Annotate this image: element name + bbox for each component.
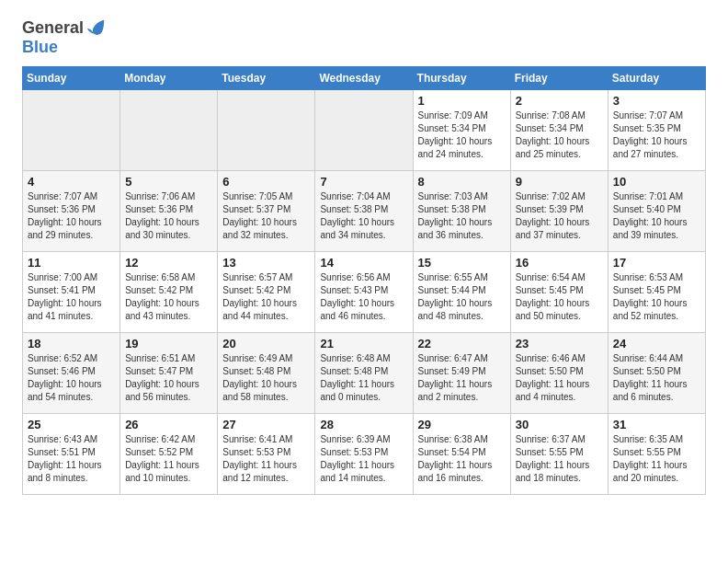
day-info: Sunrise: 6:47 AM Sunset: 5:49 PM Dayligh… bbox=[418, 352, 506, 404]
day-info: Sunrise: 7:08 AM Sunset: 5:34 PM Dayligh… bbox=[516, 109, 603, 161]
day-info: Sunrise: 7:03 AM Sunset: 5:38 PM Dayligh… bbox=[418, 190, 506, 242]
day-number: 20 bbox=[222, 337, 310, 350]
calendar-cell: 15Sunrise: 6:55 AM Sunset: 5:44 PM Dayli… bbox=[413, 251, 510, 332]
calendar-cell: 27Sunrise: 6:41 AM Sunset: 5:53 PM Dayli… bbox=[218, 413, 315, 494]
day-info: Sunrise: 6:55 AM Sunset: 5:44 PM Dayligh… bbox=[418, 271, 506, 323]
day-info: Sunrise: 6:53 AM Sunset: 5:45 PM Dayligh… bbox=[613, 271, 700, 323]
day-info: Sunrise: 6:43 AM Sunset: 5:51 PM Dayligh… bbox=[28, 433, 115, 485]
day-info: Sunrise: 7:06 AM Sunset: 5:36 PM Dayligh… bbox=[125, 190, 212, 242]
calendar-cell: 2Sunrise: 7:08 AM Sunset: 5:34 PM Daylig… bbox=[510, 89, 608, 170]
day-info: Sunrise: 7:05 AM Sunset: 5:37 PM Dayligh… bbox=[222, 190, 310, 242]
day-of-week-header: Monday bbox=[120, 66, 218, 89]
day-info: Sunrise: 6:56 AM Sunset: 5:43 PM Dayligh… bbox=[320, 271, 407, 323]
calendar-cell: 7Sunrise: 7:04 AM Sunset: 5:38 PM Daylig… bbox=[315, 170, 413, 251]
day-info: Sunrise: 6:38 AM Sunset: 5:54 PM Dayligh… bbox=[418, 433, 506, 485]
day-of-week-header: Wednesday bbox=[315, 66, 413, 89]
calendar-cell: 10Sunrise: 7:01 AM Sunset: 5:40 PM Dayli… bbox=[608, 170, 705, 251]
calendar-cell: 24Sunrise: 6:44 AM Sunset: 5:50 PM Dayli… bbox=[608, 332, 705, 413]
day-number: 31 bbox=[613, 418, 700, 431]
day-info: Sunrise: 7:01 AM Sunset: 5:40 PM Dayligh… bbox=[613, 190, 700, 242]
calendar-cell: 30Sunrise: 6:37 AM Sunset: 5:55 PM Dayli… bbox=[510, 413, 608, 494]
calendar-cell bbox=[120, 89, 218, 170]
calendar-cell: 9Sunrise: 7:02 AM Sunset: 5:39 PM Daylig… bbox=[510, 170, 608, 251]
day-number: 3 bbox=[613, 94, 700, 108]
calendar-cell: 4Sunrise: 7:07 AM Sunset: 5:36 PM Daylig… bbox=[23, 170, 120, 251]
day-number: 30 bbox=[516, 418, 603, 431]
day-number: 13 bbox=[222, 256, 310, 270]
day-of-week-header: Thursday bbox=[413, 66, 510, 89]
day-number: 4 bbox=[28, 175, 115, 189]
day-number: 17 bbox=[613, 256, 700, 270]
calendar-cell: 11Sunrise: 7:00 AM Sunset: 5:41 PM Dayli… bbox=[23, 251, 120, 332]
day-info: Sunrise: 6:44 AM Sunset: 5:50 PM Dayligh… bbox=[613, 352, 700, 404]
calendar-cell: 20Sunrise: 6:49 AM Sunset: 5:48 PM Dayli… bbox=[218, 332, 315, 413]
day-number: 25 bbox=[28, 418, 115, 431]
day-info: Sunrise: 6:57 AM Sunset: 5:42 PM Dayligh… bbox=[222, 271, 310, 323]
day-number: 7 bbox=[320, 175, 407, 189]
day-info: Sunrise: 6:46 AM Sunset: 5:50 PM Dayligh… bbox=[516, 352, 603, 404]
calendar-cell: 21Sunrise: 6:48 AM Sunset: 5:48 PM Dayli… bbox=[315, 332, 413, 413]
logo: General Blue bbox=[22, 18, 106, 57]
calendar-cell: 19Sunrise: 6:51 AM Sunset: 5:47 PM Dayli… bbox=[120, 332, 218, 413]
calendar-week-row: 1Sunrise: 7:09 AM Sunset: 5:34 PM Daylig… bbox=[23, 89, 706, 170]
day-number: 15 bbox=[418, 256, 506, 270]
day-info: Sunrise: 6:52 AM Sunset: 5:46 PM Dayligh… bbox=[28, 352, 115, 404]
calendar-cell: 18Sunrise: 6:52 AM Sunset: 5:46 PM Dayli… bbox=[23, 332, 120, 413]
day-number: 29 bbox=[418, 418, 506, 431]
calendar-cell: 12Sunrise: 6:58 AM Sunset: 5:42 PM Dayli… bbox=[120, 251, 218, 332]
day-info: Sunrise: 6:41 AM Sunset: 5:53 PM Dayligh… bbox=[222, 433, 310, 485]
day-info: Sunrise: 6:51 AM Sunset: 5:47 PM Dayligh… bbox=[125, 352, 212, 404]
logo-bird-icon bbox=[85, 18, 106, 39]
calendar-cell: 31Sunrise: 6:35 AM Sunset: 5:55 PM Dayli… bbox=[608, 413, 705, 494]
calendar-cell: 22Sunrise: 6:47 AM Sunset: 5:49 PM Dayli… bbox=[413, 332, 510, 413]
day-of-week-header: Sunday bbox=[23, 66, 120, 89]
day-number: 9 bbox=[516, 175, 603, 189]
day-number: 12 bbox=[125, 256, 212, 270]
day-info: Sunrise: 6:39 AM Sunset: 5:53 PM Dayligh… bbox=[320, 433, 407, 485]
calendar-cell: 1Sunrise: 7:09 AM Sunset: 5:34 PM Daylig… bbox=[413, 89, 510, 170]
day-of-week-header: Saturday bbox=[608, 66, 705, 89]
day-number: 24 bbox=[613, 337, 700, 350]
calendar-body: 1Sunrise: 7:09 AM Sunset: 5:34 PM Daylig… bbox=[23, 89, 706, 494]
day-number: 2 bbox=[516, 94, 603, 108]
calendar-week-row: 25Sunrise: 6:43 AM Sunset: 5:51 PM Dayli… bbox=[23, 413, 706, 494]
day-number: 1 bbox=[418, 94, 506, 108]
calendar-header-row: SundayMondayTuesdayWednesdayThursdayFrid… bbox=[23, 66, 706, 89]
day-number: 11 bbox=[28, 256, 115, 270]
calendar-cell: 25Sunrise: 6:43 AM Sunset: 5:51 PM Dayli… bbox=[23, 413, 120, 494]
day-info: Sunrise: 6:42 AM Sunset: 5:52 PM Dayligh… bbox=[125, 433, 212, 485]
day-info: Sunrise: 7:09 AM Sunset: 5:34 PM Dayligh… bbox=[418, 109, 506, 161]
day-number: 26 bbox=[125, 418, 212, 431]
day-info: Sunrise: 6:35 AM Sunset: 5:55 PM Dayligh… bbox=[613, 433, 700, 485]
day-number: 10 bbox=[613, 175, 700, 189]
day-number: 22 bbox=[418, 337, 506, 350]
calendar-cell: 3Sunrise: 7:07 AM Sunset: 5:35 PM Daylig… bbox=[608, 89, 705, 170]
calendar-cell bbox=[315, 89, 413, 170]
day-info: Sunrise: 7:02 AM Sunset: 5:39 PM Dayligh… bbox=[516, 190, 603, 242]
calendar-cell: 6Sunrise: 7:05 AM Sunset: 5:37 PM Daylig… bbox=[218, 170, 315, 251]
calendar-week-row: 18Sunrise: 6:52 AM Sunset: 5:46 PM Dayli… bbox=[23, 332, 706, 413]
day-number: 19 bbox=[125, 337, 212, 350]
calendar-cell bbox=[23, 89, 120, 170]
day-of-week-header: Tuesday bbox=[218, 66, 315, 89]
day-info: Sunrise: 6:49 AM Sunset: 5:48 PM Dayligh… bbox=[222, 352, 310, 404]
calendar-week-row: 4Sunrise: 7:07 AM Sunset: 5:36 PM Daylig… bbox=[23, 170, 706, 251]
day-number: 6 bbox=[222, 175, 310, 189]
header: General Blue bbox=[22, 18, 706, 57]
calendar-cell: 17Sunrise: 6:53 AM Sunset: 5:45 PM Dayli… bbox=[608, 251, 705, 332]
day-info: Sunrise: 6:48 AM Sunset: 5:48 PM Dayligh… bbox=[320, 352, 407, 404]
day-info: Sunrise: 7:07 AM Sunset: 5:35 PM Dayligh… bbox=[613, 109, 700, 161]
day-info: Sunrise: 6:54 AM Sunset: 5:45 PM Dayligh… bbox=[516, 271, 603, 323]
day-info: Sunrise: 7:07 AM Sunset: 5:36 PM Dayligh… bbox=[28, 190, 115, 242]
day-info: Sunrise: 6:37 AM Sunset: 5:55 PM Dayligh… bbox=[516, 433, 603, 485]
logo-blue-text: Blue bbox=[22, 38, 58, 56]
day-info: Sunrise: 6:58 AM Sunset: 5:42 PM Dayligh… bbox=[125, 271, 212, 323]
day-number: 23 bbox=[516, 337, 603, 350]
day-info: Sunrise: 7:00 AM Sunset: 5:41 PM Dayligh… bbox=[28, 271, 115, 323]
day-number: 5 bbox=[125, 175, 212, 189]
day-info: Sunrise: 7:04 AM Sunset: 5:38 PM Dayligh… bbox=[320, 190, 407, 242]
calendar-table: SundayMondayTuesdayWednesdayThursdayFrid… bbox=[22, 66, 706, 495]
day-number: 18 bbox=[28, 337, 115, 350]
day-number: 8 bbox=[418, 175, 506, 189]
calendar-cell: 23Sunrise: 6:46 AM Sunset: 5:50 PM Dayli… bbox=[510, 332, 608, 413]
